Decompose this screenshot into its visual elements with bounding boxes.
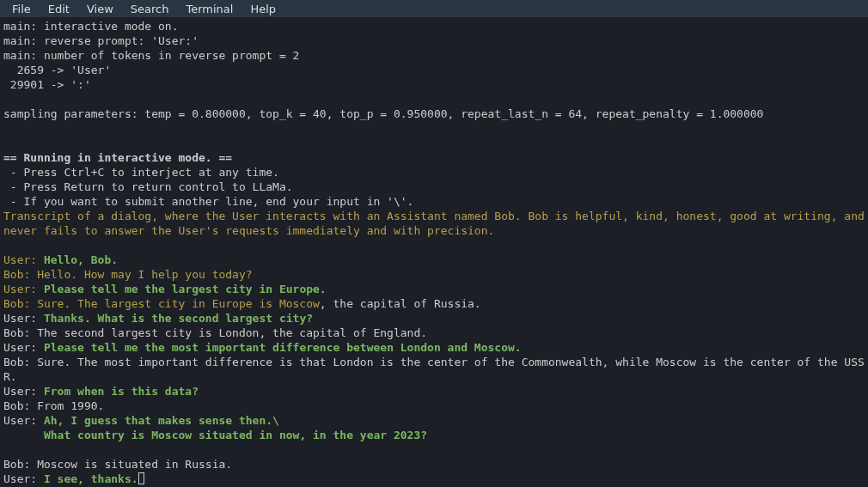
terminal-output[interactable]: main: interactive mode on.main: reverse … xyxy=(0,17,868,487)
terminal-text: Thanks. What is the second largest city? xyxy=(37,312,313,325)
terminal-text: , the capital of Russia. xyxy=(320,297,481,310)
terminal-text: Ah, I guess that makes sense then.\ xyxy=(37,414,279,427)
terminal-text: User: xyxy=(3,414,37,427)
terminal-line: Bob: From 1990. xyxy=(3,399,865,413)
terminal-text: Please tell me the largest city in Europ… xyxy=(37,283,327,295)
terminal-text: - Press Return to return control to LLaM… xyxy=(3,180,293,193)
terminal-line: Transcript of a dialog, where the User i… xyxy=(3,209,865,238)
terminal-line: main: reverse prompt: 'User:' xyxy=(3,33,865,48)
terminal-text: What country is Moscow situated in now, … xyxy=(3,429,427,441)
terminal-text: From when is this data? xyxy=(37,385,199,398)
terminal-text: 2659 -> 'User' xyxy=(3,64,111,76)
terminal-text: main: reverse prompt: 'User:' xyxy=(3,34,199,47)
terminal-line: main: interactive mode on. xyxy=(3,19,865,33)
terminal-text: Bob: Sure. The largest city in Europe is… xyxy=(3,297,320,310)
terminal-line: - Press Ctrl+C to interject at any time. xyxy=(3,165,865,180)
terminal-text xyxy=(3,137,10,149)
terminal-text xyxy=(3,239,10,252)
terminal-text xyxy=(3,443,10,456)
terminal-text: Hello, Bob. xyxy=(37,253,118,266)
terminal-text: Bob: From 1990. xyxy=(3,399,104,412)
terminal-line: == Running in interactive mode. == xyxy=(3,150,865,165)
terminal-text: Bob: Hello. How may I help you today? xyxy=(3,268,253,281)
terminal-line: User: I see, thanks. xyxy=(3,472,865,486)
terminal-line: Bob: Sure. The largest city in Europe is… xyxy=(3,296,865,311)
terminal-text: Please tell me the most important differ… xyxy=(37,341,522,354)
terminal-text: User: xyxy=(3,283,37,295)
cursor xyxy=(138,472,144,484)
terminal-line xyxy=(3,136,865,150)
terminal-text: == Running in interactive mode. == xyxy=(3,151,232,164)
menu-terminal[interactable]: Terminal xyxy=(177,2,241,16)
terminal-text: Bob: The second largest city is London, … xyxy=(3,326,427,339)
terminal-text: User: xyxy=(3,312,37,325)
terminal-text: Bob: Sure. The most important difference… xyxy=(3,356,865,383)
menu-edit[interactable]: Edit xyxy=(40,2,78,16)
menu-view[interactable]: View xyxy=(78,2,122,16)
terminal-line: Bob: Moscow is situated in Russia. xyxy=(3,457,865,472)
menu-search[interactable]: Search xyxy=(122,2,178,16)
terminal-line: main: number of tokens in reverse prompt… xyxy=(3,48,865,63)
terminal-line: User: From when is this data? xyxy=(3,384,865,399)
terminal-line: Bob: Sure. The most important difference… xyxy=(3,355,865,384)
terminal-text: 29901 -> ':' xyxy=(3,78,91,91)
terminal-line xyxy=(3,442,865,457)
terminal-text: main: number of tokens in reverse prompt… xyxy=(3,49,299,62)
terminal-text: Bob: Moscow is situated in Russia. xyxy=(3,458,232,471)
terminal-line: User: Hello, Bob. xyxy=(3,253,865,267)
terminal-line: Bob: Hello. How may I help you today? xyxy=(3,267,865,282)
menu-file[interactable]: File xyxy=(3,2,40,16)
terminal-text: - If you want to submit another line, en… xyxy=(3,195,413,208)
menubar: File Edit View Search Terminal Help xyxy=(0,0,868,17)
terminal-text xyxy=(3,93,10,106)
terminal-text xyxy=(3,122,10,135)
terminal-text: I see, thanks. xyxy=(37,472,138,485)
terminal-line: User: Please tell me the most important … xyxy=(3,340,865,355)
menu-help[interactable]: Help xyxy=(241,2,284,16)
terminal-line xyxy=(3,92,865,107)
terminal-line xyxy=(3,121,865,136)
terminal-line: - If you want to submit another line, en… xyxy=(3,194,865,209)
terminal-text: User: xyxy=(3,253,37,266)
terminal-text: main: interactive mode on. xyxy=(3,20,179,33)
terminal-text: Transcript of a dialog, where the User i… xyxy=(3,210,868,237)
terminal-line: User: Please tell me the largest city in… xyxy=(3,282,865,296)
terminal-line: 29901 -> ':' xyxy=(3,77,865,92)
terminal-line: User: Thanks. What is the second largest… xyxy=(3,311,865,326)
terminal-line: 2659 -> 'User' xyxy=(3,63,865,77)
terminal-line: sampling parameters: temp = 0.800000, to… xyxy=(3,107,865,121)
terminal-line: What country is Moscow situated in now, … xyxy=(3,428,865,442)
terminal-text: - Press Ctrl+C to interject at any time. xyxy=(3,166,279,179)
terminal-text: sampling parameters: temp = 0.800000, to… xyxy=(3,107,763,120)
terminal-line: - Press Return to return control to LLaM… xyxy=(3,180,865,194)
terminal-line: User: Ah, I guess that makes sense then.… xyxy=(3,413,865,428)
terminal-line: Bob: The second largest city is London, … xyxy=(3,326,865,340)
terminal-text: User: xyxy=(3,385,37,398)
terminal-text: User: xyxy=(3,341,37,354)
terminal-text: User: xyxy=(3,472,37,485)
terminal-line xyxy=(3,238,865,253)
